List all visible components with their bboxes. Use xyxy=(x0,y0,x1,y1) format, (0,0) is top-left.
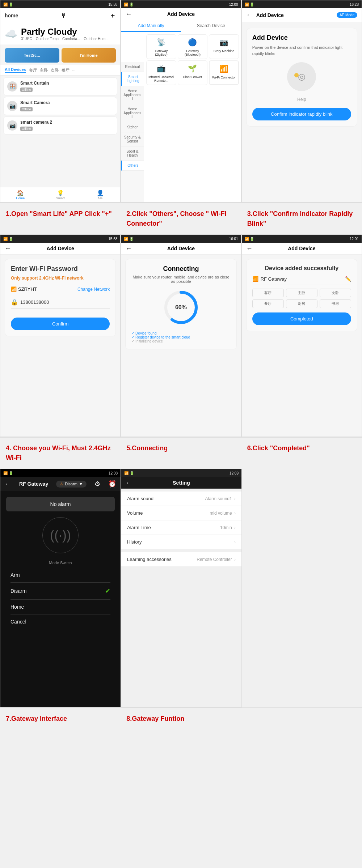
status-bar-1: 📶 🔋 15:58 xyxy=(0,0,120,8)
device-plant-grower[interactable]: 🌱 Plant Grower xyxy=(178,60,207,85)
back-arrow-gateway[interactable]: ← xyxy=(5,480,11,488)
radar-icon: ((·)) xyxy=(50,528,71,543)
cat-electrical[interactable]: Electrical xyxy=(121,62,144,72)
device-story-machine[interactable]: 📷 Partly Cloudy Story Machine xyxy=(209,34,239,59)
status-badge-camera2: Offline xyxy=(20,127,33,131)
progress-circle: 60% xyxy=(163,289,199,326)
mode-arm[interactable]: Arm xyxy=(10,568,110,583)
panel-smart-life: 📶 🔋 15:58 home 🎙 ＋ ☁️ Partly Cloudy 31.9… xyxy=(0,0,121,203)
mode-home[interactable]: Home xyxy=(10,600,110,614)
cat-smart-lighting[interactable]: Smart Lighting xyxy=(121,72,144,86)
disarm-label: Disarm xyxy=(10,588,26,594)
device-ir-remote[interactable]: 📺 Infrared Universal Remote... xyxy=(146,60,176,85)
confirm-blink-button[interactable]: Confirm indicator rapidly blink xyxy=(252,108,351,120)
caption-row-2: 4. Choose you Wi-Fi, Must 2.4GHz Wi-Fi 5… xyxy=(0,437,362,469)
confirm-wifi-button[interactable]: Confirm xyxy=(11,318,110,330)
device-gateway-zigbee[interactable]: 📡 Gateway (ZigBee) xyxy=(146,34,176,59)
room-tag-second[interactable]: 次卧 xyxy=(320,289,351,297)
mode-disarm[interactable]: Disarm ✔ xyxy=(10,583,110,600)
back-arrow-setting[interactable]: ← xyxy=(126,479,132,487)
cat-sport[interactable]: Sport & Health xyxy=(121,146,144,161)
setting-learning[interactable]: Learning accessories Remote Controller › xyxy=(121,552,241,567)
cat-home-app-1[interactable]: Home Appliances I xyxy=(121,86,144,104)
tab-dining[interactable]: 餐厅 xyxy=(62,68,70,73)
weather-section: ☁️ Partly Cloudy 31.9°C Outdoor Temp Com… xyxy=(0,23,120,44)
setting-volume[interactable]: Volume mid volume › xyxy=(121,506,241,520)
timer-icon[interactable]: ⏰ xyxy=(108,480,116,488)
banner-home[interactable]: I'm Home xyxy=(62,48,116,63)
settings-icon[interactable]: ⚙ xyxy=(94,480,100,488)
room-tag-study[interactable]: 书房 xyxy=(320,299,351,308)
nav-smart[interactable]: 💡 Smart xyxy=(40,189,80,201)
password-row: 🔒 13800138000 xyxy=(11,299,110,309)
camera-icon: 📷 xyxy=(7,101,17,111)
nav-me[interactable]: 👤 Me xyxy=(80,189,120,201)
password-field[interactable]: 13800138000 xyxy=(20,299,110,305)
edit-icon[interactable]: ✏️ xyxy=(345,276,351,282)
signal-5: 📶 🔋 xyxy=(124,237,134,241)
cat-security[interactable]: Security & Sensor xyxy=(121,132,144,146)
gateway-bt-icon: 🔵 xyxy=(187,37,198,48)
device-gateway-bluetooth[interactable]: 🔵 Gateway (Bluetooth) xyxy=(178,34,207,59)
disarm-button[interactable]: ⚠ Disarm ▼ xyxy=(56,481,87,488)
device-visual: ◎ xyxy=(287,62,316,91)
signal-6: 📶 🔋 xyxy=(245,237,254,241)
completed-button[interactable]: Completed xyxy=(252,312,351,325)
room-tag-dining[interactable]: 餐厅 xyxy=(252,299,284,308)
tab-add-manually[interactable]: Add Manually xyxy=(121,20,181,32)
wifi-top-nav: ← Add Device xyxy=(0,243,120,255)
back-arrow-4[interactable]: ← xyxy=(5,245,11,252)
tab-more[interactable]: ··· xyxy=(72,68,76,72)
signal-2: 📶 🔋 xyxy=(124,3,134,7)
add-device-title-3: Add Device xyxy=(256,12,284,18)
gateway-zigbee-icon: 📡 xyxy=(156,37,167,48)
mic-icon[interactable]: 🎙 xyxy=(61,12,67,19)
alarm-sound-label: Alarm sound xyxy=(127,496,205,501)
connecting-card-desc: Make sure your router, mobile, and devic… xyxy=(131,275,230,284)
time-8: 12:09 xyxy=(230,471,239,475)
cancel-label: Cancel xyxy=(10,619,26,625)
tab-master[interactable]: 主卧 xyxy=(40,68,48,73)
room-tag-kitchen[interactable]: 厨房 xyxy=(286,299,317,308)
change-network-link[interactable]: Change Network xyxy=(77,287,110,292)
tab-living[interactable]: 客厅 xyxy=(29,68,37,73)
nav-home[interactable]: 🏠 Home xyxy=(0,189,40,201)
gateway-title: RF Gateway xyxy=(19,481,48,487)
wifi-connector-icon: 📶 xyxy=(218,63,229,74)
list-item[interactable]: 🪟 Smart Curtain Offline xyxy=(3,77,117,95)
back-arrow-3[interactable]: ← xyxy=(246,11,253,19)
time-5: 16:01 xyxy=(229,237,238,241)
nav-home-label: Home xyxy=(16,196,25,200)
add-device-subtabs: Add Manually Search Device xyxy=(121,20,241,32)
cat-kitchen[interactable]: Kitchen xyxy=(121,122,144,132)
chevron-volume-icon: › xyxy=(234,510,236,516)
caption-1-1: 1.Open "Smart Life" APP Click "+" xyxy=(0,203,121,234)
back-arrow-5[interactable]: ← xyxy=(125,245,132,252)
ap-top-nav: ← Add Device AP Mode xyxy=(242,8,362,22)
tab-search-device[interactable]: Search Device xyxy=(181,20,241,32)
list-item[interactable]: 📷 smart camera 2 Offline xyxy=(3,116,117,135)
setting-history[interactable]: History › xyxy=(121,535,241,549)
add-icon[interactable]: ＋ xyxy=(109,11,116,20)
device-name-curtain: Smart Curtain xyxy=(20,81,49,86)
tab-second[interactable]: 次卧 xyxy=(51,68,59,73)
tab-all-devices[interactable]: All Devices xyxy=(5,67,26,73)
wifi-title: Add Device xyxy=(47,246,74,251)
wifi-card-title: Enter Wi-Fi Password xyxy=(11,265,110,273)
back-arrow-6[interactable]: ← xyxy=(246,245,253,252)
room-tag-master[interactable]: 主卧 xyxy=(286,289,317,297)
story-machine-icon: 📷 xyxy=(218,37,229,48)
device-wifi-connector[interactable]: 📶 Wi-Fi Connector xyxy=(209,60,239,85)
room-tag-living[interactable]: 客厅 xyxy=(252,289,284,297)
banner-test[interactable]: TestSc... xyxy=(5,48,59,63)
setting-alarm-time[interactable]: Alarm Time 10min › xyxy=(121,520,241,535)
step-3: ✓ Initializing device xyxy=(131,339,230,343)
status-bar-5: 📶 🔋 16:01 xyxy=(121,235,241,243)
setting-alarm-sound[interactable]: Alarm sound Alarm sound1 › xyxy=(121,492,241,506)
cat-others[interactable]: Others xyxy=(121,161,144,171)
home-label[interactable]: home xyxy=(5,13,18,18)
mode-cancel[interactable]: Cancel xyxy=(10,614,110,629)
cat-home-app-2[interactable]: Home Appliances II xyxy=(121,104,144,122)
list-item[interactable]: 📷 Smart Camera Offline xyxy=(3,97,117,115)
back-arrow-2[interactable]: ← xyxy=(125,10,132,18)
